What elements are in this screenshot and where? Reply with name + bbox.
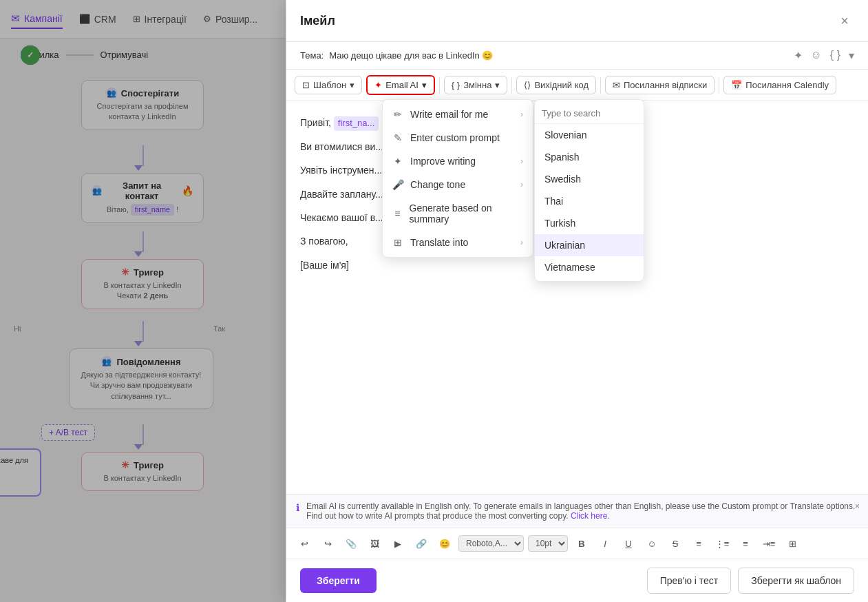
emoji-format-button[interactable]: 😊 — [435, 534, 454, 553]
info-close-button[interactable]: × — [855, 501, 860, 511]
unsubscribe-button[interactable]: ✉ Посилання відписки — [605, 76, 714, 94]
lang-vietnamese[interactable]: Vietnamese — [535, 256, 644, 278]
toolbar-sep-1 — [439, 77, 440, 94]
dialog-title: Імейл — [300, 14, 335, 28]
toolbar-sep-3 — [600, 77, 601, 94]
improve-writing-item[interactable]: ✦ Improve writing › — [383, 149, 533, 173]
tone-chevron: › — [520, 180, 523, 189]
translate-item[interactable]: ⊞ Translate into › — [383, 231, 533, 254]
attach-icon[interactable]: 📎 — [341, 534, 361, 553]
custom-prompt-item[interactable]: ✎ Enter custom prompt — [383, 126, 533, 149]
lang-thai[interactable]: Thai — [535, 190, 644, 212]
subject-icons: ✦ ☺ { } ▾ — [794, 49, 854, 62]
template-label: Шаблон — [313, 80, 346, 90]
generate-summary-item[interactable]: ≡ Generate based on summary — [383, 196, 533, 231]
strikethrough-button[interactable]: S — [666, 534, 685, 553]
prompt-icon: ✎ — [392, 132, 403, 143]
size-selector[interactable]: 10pt — [528, 535, 568, 552]
lang-search-input[interactable] — [542, 108, 637, 118]
change-tone-label: Change tone — [410, 179, 465, 190]
code-icon[interactable]: { } — [830, 49, 840, 62]
lang-turkish[interactable]: Turkish — [535, 212, 644, 234]
email-ai-button[interactable]: ✦ Email AI ▾ — [366, 75, 435, 95]
bottom-bar: Зберегти Прев'ю і тест Зберегти як шабло… — [286, 559, 868, 602]
subject-text: Маю дещо цікаве для вас в LinkedIn 😊 — [329, 50, 493, 61]
improve-writing-label: Improve writing — [410, 156, 476, 167]
ai-sparkle-icon: ✦ — [374, 80, 382, 90]
action-buttons: Прев'ю і тест Зберегти як шаблон — [647, 568, 854, 594]
language-submenu: Slovenian Spanish Swedish Thai Turkish U… — [534, 99, 644, 282]
summary-icon: ≡ — [392, 208, 403, 219]
source-button[interactable]: ⟨⟩ Вихідний код — [516, 76, 596, 94]
source-label: Вихідний код — [534, 80, 589, 90]
unsubscribe-label: Посилання відписки — [624, 80, 707, 90]
close-button[interactable]: × — [835, 11, 854, 30]
write-chevron: › — [520, 110, 523, 119]
save-template-button[interactable]: Зберегти як шаблон — [738, 568, 854, 594]
dialog-overlay — [0, 0, 286, 602]
ai-dropdown-menu: ✏ Write email for me › ✎ Enter custom pr… — [382, 99, 533, 258]
variable-icon: { } — [452, 80, 460, 90]
language-list: Slovenian Spanish Swedish Thai Turkish U… — [535, 124, 644, 278]
firstname-var: first_na... — [334, 116, 379, 131]
subject-label: Тема: — [300, 50, 324, 61]
info-link[interactable]: Click here. — [571, 511, 610, 521]
undo-button[interactable]: ↩ — [295, 534, 314, 553]
info-text: Email AI is currently available in Engli… — [306, 501, 858, 521]
subject-bar: Тема: Маю дещо цікаве для вас в LinkedIn… — [286, 42, 868, 70]
bold-button[interactable]: B — [572, 534, 591, 553]
save-button[interactable]: Зберегти — [300, 568, 377, 593]
template-icon: ⊡ — [302, 80, 310, 90]
custom-prompt-label: Enter custom prompt — [410, 132, 500, 143]
chevron-down-icon[interactable]: ▾ — [849, 49, 854, 62]
align-button[interactable]: ≡ — [736, 534, 755, 553]
variable-button[interactable]: { } Змінна ▾ — [444, 76, 508, 94]
dialog-header: Імейл × — [286, 0, 868, 42]
change-tone-item[interactable]: 🎤 Change tone › — [383, 173, 533, 196]
preview-button[interactable]: Прев'ю і тест — [647, 568, 732, 594]
email-dialog: Імейл × Тема: Маю дещо цікаве для вас в … — [286, 0, 868, 602]
emoji-icon[interactable]: ☺ — [811, 49, 822, 62]
info-icon: ℹ — [296, 502, 299, 513]
toolbar-sep-4 — [719, 77, 719, 94]
font-selector[interactable]: Roboto,A... — [458, 535, 524, 552]
generate-summary-label: Generate based on summary — [410, 203, 523, 225]
image-button[interactable]: 🖼 — [365, 534, 384, 553]
variable-chevron: ▾ — [495, 80, 500, 90]
email-ai-label: Email AI — [385, 80, 419, 90]
italic-button[interactable]: I — [595, 534, 615, 553]
table-button[interactable]: ⊞ — [783, 534, 802, 553]
write-email-label: Write email for me — [410, 109, 488, 120]
source-icon: ⟨⟩ — [524, 80, 531, 90]
write-icon: ✏ — [392, 109, 403, 120]
lang-spanish[interactable]: Spanish — [535, 146, 644, 168]
toolbar-bar: ⊡ Шаблон ▾ ✦ Email AI ▾ { } Змінна ▾ ⟨⟩ … — [286, 70, 868, 101]
format-bar: ↩ ↪ 📎 🖼 ▶ 🔗 😊 Roboto,A... 10pt B I U ☺ S… — [286, 528, 868, 559]
improve-chevron: › — [520, 156, 523, 166]
unordered-list-button[interactable]: ≡ — [689, 534, 708, 553]
emoji2-button[interactable]: ☺ — [642, 534, 661, 553]
link-button[interactable]: 🔗 — [412, 534, 431, 553]
template-chevron: ▾ — [350, 80, 354, 90]
info-bar: ℹ Email AI is currently available in Eng… — [286, 494, 868, 528]
calendly-icon: 📅 — [731, 80, 742, 90]
redo-button[interactable]: ↪ — [318, 534, 337, 553]
lang-swedish[interactable]: Swedish — [535, 168, 644, 190]
translate-label: Translate into — [410, 237, 468, 248]
calendly-label: Посилання Calendly — [745, 80, 829, 90]
template-button[interactable]: ⊡ Шаблон ▾ — [295, 76, 362, 94]
lang-slovenian[interactable]: Slovenian — [535, 124, 644, 146]
video-button[interactable]: ▶ — [388, 534, 407, 553]
underline-button[interactable]: U — [619, 534, 638, 553]
sparkle-icon[interactable]: ✦ — [794, 49, 803, 62]
write-email-item[interactable]: ✏ Write email for me › — [383, 103, 533, 126]
lang-ukrainian[interactable]: Ukrainian — [535, 234, 644, 256]
improve-icon: ✦ — [392, 156, 403, 167]
translate-icon: ⊞ — [392, 237, 403, 248]
calendly-button[interactable]: 📅 Посилання Calendly — [723, 76, 836, 94]
toolbar-sep-2 — [511, 77, 512, 94]
translate-chevron: › — [520, 238, 523, 247]
ordered-list-button[interactable]: ⋮≡ — [712, 534, 732, 553]
indent-button[interactable]: ⇥≡ — [759, 534, 779, 553]
tone-icon: 🎤 — [392, 179, 403, 190]
